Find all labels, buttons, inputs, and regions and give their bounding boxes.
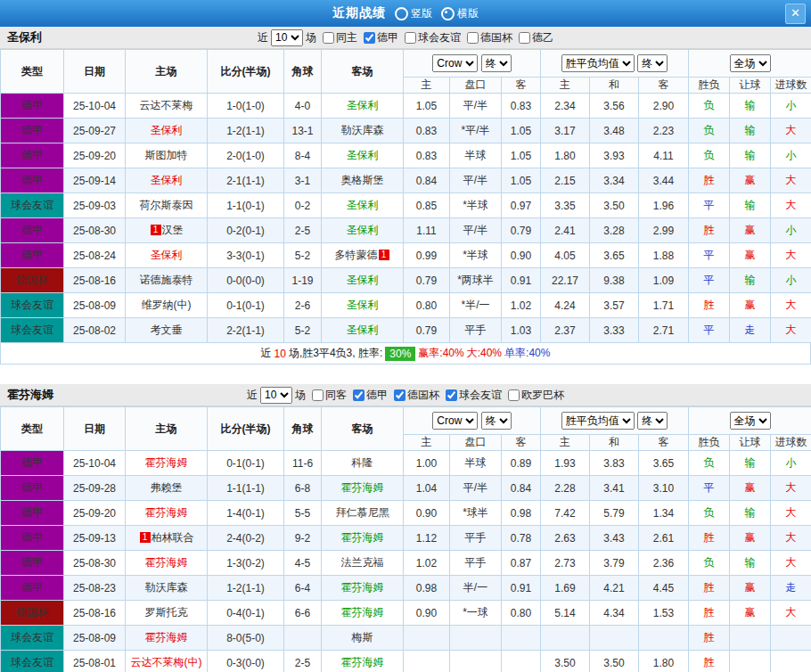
score[interactable]: 0-3(0-0) bbox=[208, 651, 284, 672]
corner-score: 6-4 bbox=[284, 576, 322, 601]
title-bar: 近期战绩 竖版 横版 ✕ bbox=[0, 0, 811, 27]
filter-option-0-2[interactable]: 球会友谊 bbox=[405, 30, 461, 45]
score[interactable]: 1-0(1-0) bbox=[208, 94, 284, 119]
score[interactable]: 8-0(5-0) bbox=[208, 626, 284, 651]
home-team-name[interactable]: 圣保利 bbox=[151, 124, 183, 136]
away-team-name[interactable]: 霍芬海姆 bbox=[341, 656, 384, 668]
home-team-name[interactable]: 霍芬海姆 bbox=[145, 506, 188, 519]
away-team-name[interactable]: 霍芬海姆 bbox=[341, 606, 384, 619]
filter-option-0-4[interactable]: 德乙 bbox=[519, 30, 553, 45]
filter-option-0-3[interactable]: 德国杯 bbox=[467, 30, 512, 45]
home-team-name[interactable]: 圣保利 bbox=[151, 249, 183, 261]
avg-draw-odds: 3.34 bbox=[590, 168, 639, 193]
filter-checkbox-0-3[interactable] bbox=[467, 32, 479, 44]
odds-source-select[interactable]: Crow bbox=[432, 54, 478, 72]
score[interactable]: 2-0(1-0) bbox=[208, 143, 284, 168]
filter-checkbox-1-1[interactable] bbox=[353, 389, 365, 401]
score[interactable]: 2-1(1-1) bbox=[208, 168, 284, 193]
horizontal-view-radio[interactable] bbox=[441, 7, 455, 20]
score[interactable]: 1-1(0-1) bbox=[208, 193, 284, 218]
score[interactable]: 0-1(0-1) bbox=[208, 293, 284, 318]
filter-checkbox-1-4[interactable] bbox=[508, 389, 520, 401]
score[interactable]: 1-4(0-1) bbox=[208, 501, 284, 526]
scope-select[interactable]: 全场 bbox=[730, 54, 771, 72]
home-team-name[interactable]: 云达不莱梅 bbox=[140, 99, 193, 111]
home-team-name[interactable]: 柏林联合 bbox=[152, 531, 194, 544]
away-team-name[interactable]: 法兰克福 bbox=[341, 556, 384, 569]
avg-time-select[interactable]: 终 bbox=[637, 412, 668, 430]
home-team-name[interactable]: 霍芬海姆 bbox=[145, 556, 188, 569]
filter-option-0-1[interactable]: 德甲 bbox=[364, 30, 398, 45]
score[interactable]: 3-3(0-1) bbox=[208, 243, 284, 268]
away-team-name[interactable]: 圣保利 bbox=[347, 224, 379, 236]
away-team-name[interactable]: 勒沃库森 bbox=[341, 124, 384, 136]
home-team-name[interactable]: 云达不莱梅(中) bbox=[131, 656, 202, 668]
score[interactable]: 1-3(0-2) bbox=[208, 551, 284, 576]
away-team-name[interactable]: 拜仁慕尼黑 bbox=[336, 506, 389, 519]
score[interactable]: 2-4(0-2) bbox=[208, 526, 284, 551]
away-team-name[interactable]: 科隆 bbox=[352, 456, 373, 469]
filter-option-1-2[interactable]: 德国杯 bbox=[394, 388, 439, 403]
odds-time-select[interactable]: 终 bbox=[481, 412, 512, 430]
filter-option-1-4[interactable]: 欧罗巴杯 bbox=[508, 388, 564, 403]
home-team-name[interactable]: 荷尔斯泰因 bbox=[140, 199, 193, 211]
away-team-name[interactable]: 圣保利 bbox=[347, 324, 379, 336]
home-team-name[interactable]: 霍芬海姆 bbox=[145, 631, 188, 643]
score[interactable]: 1-2(1-1) bbox=[208, 576, 284, 601]
away-team-name[interactable]: 圣保利 bbox=[347, 99, 379, 111]
match-count-select[interactable]: 10 bbox=[271, 29, 303, 46]
avg-odds-select[interactable]: 胜平负均值 bbox=[561, 412, 635, 430]
away-team-name[interactable]: 圣保利 bbox=[347, 274, 379, 286]
filter-checkbox-1-2[interactable] bbox=[394, 389, 406, 401]
away-team-name[interactable]: 霍芬海姆 bbox=[341, 481, 384, 494]
scope-select[interactable]: 全场 bbox=[730, 412, 771, 430]
home-team-name[interactable]: 诺德施泰特 bbox=[140, 274, 193, 286]
score[interactable]: 1-2(1-1) bbox=[208, 119, 284, 143]
win-lose-result: 胜 bbox=[689, 601, 730, 626]
horizontal-view-label[interactable]: 横版 bbox=[457, 6, 479, 21]
away-team-name[interactable]: 梅斯 bbox=[352, 631, 373, 643]
match-count-select[interactable]: 10 bbox=[260, 387, 292, 404]
away-team-name[interactable]: 圣保利 bbox=[347, 199, 379, 211]
filter-checkbox-1-3[interactable] bbox=[446, 389, 457, 401]
avg-odds-select[interactable]: 胜平负均值 bbox=[561, 54, 635, 72]
close-button[interactable]: ✕ bbox=[785, 4, 806, 24]
score[interactable]: 0-4(0-1) bbox=[208, 601, 284, 626]
home-team-name[interactable]: 罗斯托克 bbox=[145, 606, 188, 619]
home-team-name[interactable]: 勒沃库森 bbox=[145, 581, 188, 594]
home-team-name[interactable]: 斯图加特 bbox=[145, 149, 188, 161]
away-team-name[interactable]: 奥格斯堡 bbox=[341, 174, 384, 186]
odds-source-select[interactable]: Crow bbox=[432, 412, 478, 430]
filter-checkbox-0-4[interactable] bbox=[519, 32, 530, 44]
score[interactable]: 0-2(0-1) bbox=[208, 218, 284, 243]
filter-checkbox-0-0[interactable] bbox=[323, 32, 334, 44]
filter-option-1-3[interactable]: 球会友谊 bbox=[446, 388, 502, 403]
away-team-name[interactable]: 圣保利 bbox=[347, 299, 379, 311]
home-team-name[interactable]: 圣保利 bbox=[151, 174, 183, 186]
avg-draw-odds: 3.43 bbox=[590, 526, 639, 551]
vertical-view-label[interactable]: 竖版 bbox=[411, 6, 432, 21]
away-team-name[interactable]: 霍芬海姆 bbox=[341, 581, 384, 594]
home-team-name[interactable]: 汉堡 bbox=[162, 224, 184, 236]
filter-option-1-1[interactable]: 德甲 bbox=[353, 388, 388, 403]
away-team-name[interactable]: 圣保利 bbox=[347, 149, 379, 161]
away-team-name[interactable]: 多特蒙德 bbox=[335, 249, 378, 261]
filter-option-0-0[interactable]: 同主 bbox=[323, 30, 357, 45]
score[interactable]: 0-1(0-1) bbox=[208, 451, 284, 476]
home-team-name[interactable]: 维罗纳(中) bbox=[142, 299, 192, 311]
odds-time-select[interactable]: 终 bbox=[481, 54, 512, 72]
home-team-name[interactable]: 霍芬海姆 bbox=[145, 456, 188, 469]
away-team-name[interactable]: 霍芬海姆 bbox=[341, 531, 384, 544]
filter-checkbox-0-2[interactable] bbox=[405, 32, 416, 44]
filter-option-1-0[interactable]: 同客 bbox=[312, 388, 347, 403]
avg-time-select[interactable]: 终 bbox=[637, 54, 668, 72]
match-row: 球会友谊25-08-02考文垂2-2(1-1)5-2圣保利0.79平手1.032… bbox=[1, 318, 811, 343]
score[interactable]: 2-2(1-1) bbox=[208, 318, 284, 343]
home-team-name[interactable]: 弗赖堡 bbox=[151, 481, 183, 494]
vertical-view-radio[interactable] bbox=[395, 7, 408, 20]
score[interactable]: 1-1(1-1) bbox=[208, 476, 284, 501]
filter-checkbox-1-0[interactable] bbox=[312, 389, 324, 401]
filter-checkbox-0-1[interactable] bbox=[364, 32, 375, 44]
home-team-name[interactable]: 考文垂 bbox=[151, 324, 183, 336]
score[interactable]: 0-0(0-0) bbox=[208, 268, 284, 293]
